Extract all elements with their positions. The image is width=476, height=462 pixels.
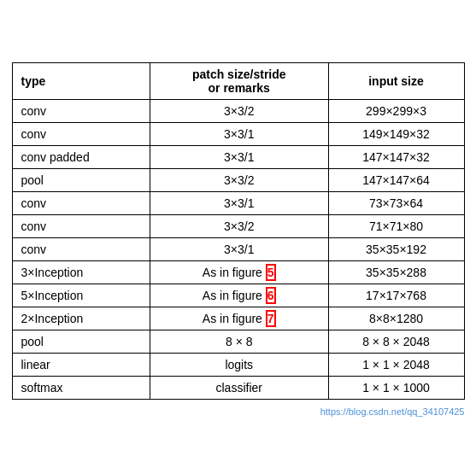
- cell-patch: 3×3/1: [150, 146, 328, 169]
- col-header-patch: patch size/stride or remarks: [150, 63, 328, 100]
- cell-patch: 8 × 8: [150, 330, 328, 354]
- cell-patch: logits: [150, 354, 328, 377]
- cell-type: linear: [12, 354, 150, 377]
- cell-type: conv: [12, 123, 150, 146]
- header-row: type patch size/stride or remarks input …: [12, 63, 464, 100]
- table-row: softmaxclassifier1 × 1 × 1000: [12, 377, 464, 400]
- cell-type: conv: [12, 100, 150, 123]
- table-row: pool3×3/2147×147×64: [12, 169, 464, 192]
- cell-input: 71×71×80: [328, 215, 464, 238]
- table-row: conv padded3×3/1147×147×32: [12, 146, 464, 169]
- cell-type: 5×Inception: [12, 284, 150, 307]
- cell-type: softmax: [12, 377, 150, 400]
- cell-type: 2×Inception: [12, 307, 150, 330]
- cell-input: 147×147×32: [328, 146, 464, 169]
- cell-patch: 3×3/1: [150, 192, 328, 215]
- cell-patch: 3×3/1: [150, 123, 328, 146]
- cell-patch: classifier: [150, 377, 328, 400]
- table-row: conv3×3/1149×149×32: [12, 123, 464, 146]
- cell-patch: 3×3/1: [150, 238, 328, 261]
- cell-type: pool: [12, 330, 150, 354]
- table-row: conv3×3/135×35×192: [12, 238, 464, 261]
- cell-input: 1 × 1 × 1000: [328, 377, 464, 400]
- patch-prefix: As in figure: [203, 266, 266, 279]
- patch-number: 5: [266, 264, 276, 281]
- cell-input: 147×147×64: [328, 169, 464, 192]
- cell-type: conv: [12, 215, 150, 238]
- table-row: linearlogits1 × 1 × 2048: [12, 354, 464, 377]
- cell-patch: 3×3/2: [150, 169, 328, 192]
- table-row: pool8 × 88 × 8 × 2048: [12, 330, 464, 354]
- table-row: conv3×3/2299×299×3: [12, 100, 464, 123]
- patch-number: 7: [266, 310, 276, 327]
- cell-type: conv: [12, 238, 150, 261]
- cell-type: pool: [12, 169, 150, 192]
- cell-type: conv: [12, 192, 150, 215]
- cell-input: 17×17×768: [328, 284, 464, 307]
- cell-type: 3×Inception: [12, 261, 150, 284]
- table-row: 5×InceptionAs in figure 617×17×768: [12, 284, 464, 307]
- cell-patch: As in figure 5: [150, 261, 328, 284]
- table-row: conv3×3/173×73×64: [12, 192, 464, 215]
- cell-input: 8 × 8 × 2048: [328, 330, 464, 354]
- cell-patch: As in figure 7: [150, 307, 328, 330]
- cell-input: 73×73×64: [328, 192, 464, 215]
- cell-patch: 3×3/2: [150, 100, 328, 123]
- cell-input: 299×299×3: [328, 100, 464, 123]
- table-row: 2×InceptionAs in figure 78×8×1280: [12, 307, 464, 330]
- col-header-patch-line2: or remarks: [209, 81, 270, 95]
- table-container: type patch size/stride or remarks input …: [12, 62, 465, 400]
- cell-input: 8×8×1280: [328, 307, 464, 330]
- cell-type: conv padded: [12, 146, 150, 169]
- cell-patch: As in figure 6: [150, 284, 328, 307]
- table-row: 3×InceptionAs in figure 535×35×288: [12, 261, 464, 284]
- watermark: https://blog.csdn.net/qq_34107425: [320, 406, 465, 417]
- architecture-table: type patch size/stride or remarks input …: [12, 62, 465, 400]
- patch-prefix: As in figure: [203, 312, 266, 325]
- patch-number: 6: [266, 287, 276, 304]
- table-row: conv3×3/271×71×80: [12, 215, 464, 238]
- cell-input: 35×35×192: [328, 238, 464, 261]
- col-header-type: type: [12, 63, 150, 100]
- cell-input: 1 × 1 × 2048: [328, 354, 464, 377]
- col-header-patch-line1: patch size/stride: [192, 67, 286, 81]
- col-header-input: input size: [328, 63, 464, 100]
- patch-prefix: As in figure: [203, 289, 266, 302]
- cell-input: 35×35×288: [328, 261, 464, 284]
- cell-patch: 3×3/2: [150, 215, 328, 238]
- cell-input: 149×149×32: [328, 123, 464, 146]
